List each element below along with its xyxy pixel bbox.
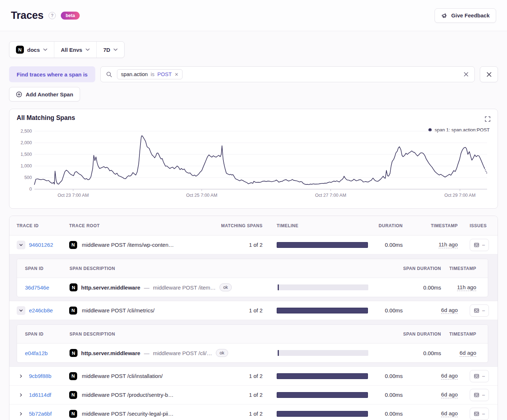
issues-button[interactable]: –: [470, 408, 489, 420]
date-range-filter[interactable]: 7D: [96, 42, 124, 58]
nextjs-project-icon: N: [69, 410, 77, 418]
span-timestamp[interactable]: 11h ago: [457, 284, 476, 291]
nextjs-project-icon: N: [70, 349, 77, 357]
chip-value: POST: [158, 71, 172, 77]
col-timeline: TIMELINE: [263, 223, 368, 228]
collapse-trace-icon[interactable]: [17, 306, 25, 315]
col-span-id: SPAN ID: [25, 332, 70, 337]
chip-key: span.action: [121, 71, 148, 77]
span-timeline-marker: [278, 284, 279, 290]
trace-timeline-bar[interactable]: [277, 308, 368, 313]
separator: —: [144, 284, 149, 291]
col-span-description: SPAN DESCRIPTION: [70, 332, 277, 337]
issues-button[interactable]: –: [470, 304, 489, 317]
expand-trace-icon[interactable]: [17, 409, 25, 418]
issues-empty-value: –: [482, 411, 485, 417]
trace-id-link[interactable]: 5b72a6bf: [29, 411, 52, 417]
collapse-trace-icon[interactable]: [17, 241, 25, 249]
trace-timeline-bar[interactable]: [277, 242, 368, 248]
trace-root-label: middleware POST /security-legal-pii…: [82, 411, 173, 417]
line-chart[interactable]: [34, 131, 487, 189]
y-tick-label: 1,000: [21, 163, 32, 169]
issues-button[interactable]: –: [470, 389, 489, 401]
trace-timeline-bar[interactable]: [277, 373, 368, 379]
trace-id-link[interactable]: e246cb8e: [29, 307, 53, 313]
expanded-spans-section: SPAN ID SPAN DESCRIPTION SPAN DURATION T…: [9, 320, 498, 367]
span-row: 36d7546e N http.server.middleware — midd…: [17, 278, 488, 297]
y-axis-labels: 05001,0001,5002,0002,500: [17, 131, 34, 189]
issues-empty-value: –: [482, 392, 485, 398]
expand-trace-icon[interactable]: [17, 391, 25, 399]
environment-filter-label: All Envs: [61, 47, 82, 53]
environment-filter[interactable]: All Envs: [54, 42, 96, 58]
project-filter-label: docs: [27, 47, 40, 53]
nextjs-project-icon: N: [69, 307, 77, 315]
col-span-timestamp: TIMESTAMP: [443, 332, 488, 337]
trace-timestamp[interactable]: 6d ago: [441, 410, 458, 417]
plus-circle-icon: [16, 91, 22, 97]
trace-row: 9cb9f88b N middleware POST /cli/installa…: [9, 367, 498, 386]
trace-timestamp[interactable]: 11h ago: [439, 241, 458, 248]
trace-duration: 0.00ms: [368, 242, 404, 248]
issues-button[interactable]: –: [470, 370, 489, 382]
table-header-row: TRACE ID TRACE ROOT MATCHING SPANS TIMEL…: [9, 216, 498, 236]
expanded-spans-section: SPAN ID SPAN DESCRIPTION SPAN DURATION T…: [9, 254, 498, 301]
trace-row: 94601262 N middleware POST /items/wp-con…: [9, 236, 498, 254]
separator: —: [144, 350, 149, 356]
chip-remove-icon[interactable]: ✕: [175, 72, 179, 77]
give-feedback-button[interactable]: Give Feedback: [435, 8, 496, 23]
date-range-filter-label: 7D: [103, 47, 110, 53]
inbox-icon: [474, 373, 479, 379]
issues-button[interactable]: –: [470, 239, 489, 251]
trace-timeline-bar[interactable]: [277, 392, 368, 398]
search-filter-chip[interactable]: span.action is POST ✕: [117, 69, 183, 79]
span-description: middleware POST /item…: [153, 284, 215, 291]
page-title: Traces: [11, 9, 43, 21]
x-tick-label: Oct 23 7:00 AM: [58, 193, 89, 198]
trace-timestamp[interactable]: 6d ago: [441, 307, 458, 314]
trace-id-link[interactable]: 94601262: [29, 242, 53, 248]
remove-span-query-button[interactable]: [480, 66, 498, 82]
matching-spans-count: 1 of 2: [203, 242, 263, 248]
chevron-down-icon: [85, 48, 90, 51]
trace-root-label: middleware POST /product/sentry-b…: [82, 392, 173, 398]
nextjs-project-icon: N: [16, 46, 24, 54]
y-tick-label: 1,500: [21, 152, 32, 157]
span-description: middleware POST /cli/…: [153, 350, 212, 356]
col-span-id: SPAN ID: [25, 266, 70, 271]
app-header: Traces ? beta Give Feedback: [0, 0, 507, 31]
span-row: e04fa12b N http.server.middleware — midd…: [17, 344, 488, 362]
trace-root-label: middleware POST /items/wp-conten…: [82, 242, 174, 248]
fullscreen-icon[interactable]: [485, 116, 490, 122]
project-filter[interactable]: N docs: [9, 42, 54, 58]
add-another-span-button[interactable]: Add Another Span: [9, 87, 80, 101]
trace-duration: 0.00ms: [368, 411, 404, 417]
trace-timeline-bar[interactable]: [277, 411, 368, 417]
inbox-icon: [474, 308, 479, 313]
help-icon[interactable]: ?: [49, 12, 56, 19]
trace-id-link[interactable]: 1d6114df: [29, 392, 51, 398]
matching-spans-count: 1 of 2: [203, 373, 263, 379]
span-timestamp[interactable]: 6d ago: [460, 350, 476, 357]
clear-search-icon[interactable]: [463, 71, 469, 77]
megaphone-icon: [441, 12, 448, 19]
trace-id-link[interactable]: 9cb9f88b: [29, 373, 51, 379]
span-id-link[interactable]: 36d7546e: [25, 284, 49, 291]
x-axis-labels: Oct 23 7:00 AMOct 25 7:00 AMOct 27 7:00 …: [34, 193, 487, 199]
span-timeline-track[interactable]: [277, 350, 368, 356]
span-timeline-track[interactable]: [277, 284, 368, 290]
trace-timestamp[interactable]: 6d ago: [441, 391, 458, 398]
trace-row: 1d6114df N middleware POST /product/sent…: [9, 386, 498, 404]
span-table-header: SPAN ID SPAN DESCRIPTION SPAN DURATION T…: [17, 325, 488, 344]
expand-trace-icon[interactable]: [17, 372, 25, 381]
span-id-link[interactable]: e04fa12b: [25, 350, 48, 356]
x-tick-label: Oct 25 7:00 AM: [186, 193, 217, 198]
nextjs-project-icon: N: [70, 283, 77, 291]
trace-timestamp[interactable]: 6d ago: [441, 373, 458, 379]
x-tick-label: Oct 27 7:00 AM: [315, 193, 346, 198]
span-search-input[interactable]: span.action is POST ✕: [100, 66, 475, 82]
span-status-badge: ok: [216, 349, 229, 357]
span-duration: 0.00ms: [368, 284, 443, 291]
col-span-description: SPAN DESCRIPTION: [70, 266, 277, 271]
issues-empty-value: –: [482, 242, 485, 248]
